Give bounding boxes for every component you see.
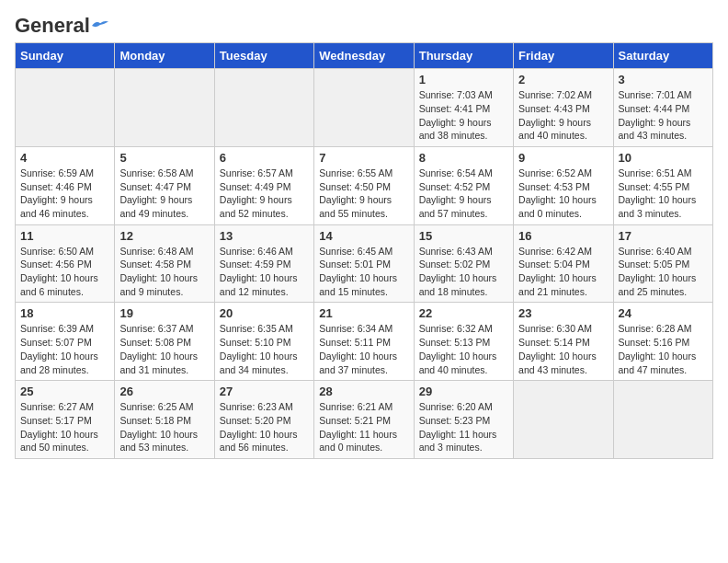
calendar-cell: 29Sunrise: 6:20 AM Sunset: 5:23 PM Dayli… [414,381,513,459]
day-info: Sunrise: 6:28 AM Sunset: 5:16 PM Dayligh… [619,322,708,376]
day-number: 3 [619,73,708,86]
day-info: Sunrise: 6:50 AM Sunset: 4:56 PM Dayligh… [20,245,109,299]
calendar-cell: 5Sunrise: 6:58 AM Sunset: 4:47 PM Daylig… [115,146,214,224]
logo-text: General [15,15,108,37]
day-number: 17 [619,229,708,243]
day-info: Sunrise: 6:23 AM Sunset: 5:20 PM Dayligh… [220,400,309,454]
calendar-cell: 4Sunrise: 6:59 AM Sunset: 4:46 PM Daylig… [16,146,115,224]
weekday-header-sunday: Sunday [16,43,115,69]
calendar-cell: 9Sunrise: 6:52 AM Sunset: 4:53 PM Daylig… [514,146,613,224]
day-number: 1 [419,73,508,86]
logo: General [15,15,108,35]
day-info: Sunrise: 6:32 AM Sunset: 5:13 PM Dayligh… [419,322,508,376]
calendar-cell: 23Sunrise: 6:30 AM Sunset: 5:14 PM Dayli… [514,303,613,381]
calendar-cell: 12Sunrise: 6:48 AM Sunset: 4:58 PM Dayli… [115,224,214,303]
calendar-cell: 20Sunrise: 6:35 AM Sunset: 5:10 PM Dayli… [214,303,313,381]
day-number: 7 [319,151,408,165]
day-info: Sunrise: 6:25 AM Sunset: 5:18 PM Dayligh… [119,400,209,454]
calendar-cell [613,381,712,459]
calendar-cell: 18Sunrise: 6:39 AM Sunset: 5:07 PM Dayli… [16,303,115,381]
weekday-header-friday: Friday [514,43,613,69]
day-number: 12 [119,229,209,243]
day-info: Sunrise: 6:54 AM Sunset: 4:52 PM Dayligh… [419,167,508,221]
calendar-cell [314,69,414,147]
day-number: 29 [419,385,508,398]
week-row-3: 11Sunrise: 6:50 AM Sunset: 4:56 PM Dayli… [16,224,713,303]
week-row-4: 18Sunrise: 6:39 AM Sunset: 5:07 PM Dayli… [16,303,713,381]
day-info: Sunrise: 6:35 AM Sunset: 5:10 PM Dayligh… [220,322,309,376]
calendar-cell: 14Sunrise: 6:45 AM Sunset: 5:01 PM Dayli… [314,224,414,303]
logo-bird-icon [92,19,108,32]
day-info: Sunrise: 6:52 AM Sunset: 4:53 PM Dayligh… [518,167,608,221]
header: General [15,15,713,35]
calendar-cell: 21Sunrise: 6:34 AM Sunset: 5:11 PM Dayli… [314,303,414,381]
day-info: Sunrise: 6:43 AM Sunset: 5:02 PM Dayligh… [419,245,508,299]
calendar-cell: 13Sunrise: 6:46 AM Sunset: 4:59 PM Dayli… [214,224,313,303]
day-number: 6 [220,151,309,165]
day-info: Sunrise: 6:48 AM Sunset: 4:58 PM Dayligh… [119,245,209,299]
calendar-cell [115,69,214,147]
day-number: 8 [419,151,508,165]
day-info: Sunrise: 6:27 AM Sunset: 5:17 PM Dayligh… [20,400,109,454]
day-number: 5 [119,151,209,165]
day-info: Sunrise: 6:20 AM Sunset: 5:23 PM Dayligh… [419,400,508,454]
day-number: 20 [220,306,309,320]
calendar-cell: 15Sunrise: 6:43 AM Sunset: 5:02 PM Dayli… [414,224,513,303]
calendar-cell: 22Sunrise: 6:32 AM Sunset: 5:13 PM Dayli… [414,303,513,381]
day-number: 22 [419,306,508,320]
day-number: 26 [119,385,209,398]
weekday-header-tuesday: Tuesday [214,43,313,69]
calendar-cell: 16Sunrise: 6:42 AM Sunset: 5:04 PM Dayli… [514,224,613,303]
day-info: Sunrise: 6:45 AM Sunset: 5:01 PM Dayligh… [319,245,408,299]
day-info: Sunrise: 6:40 AM Sunset: 5:05 PM Dayligh… [619,245,708,299]
calendar-cell: 19Sunrise: 6:37 AM Sunset: 5:08 PM Dayli… [115,303,214,381]
day-info: Sunrise: 6:37 AM Sunset: 5:08 PM Dayligh… [119,322,209,376]
day-number: 16 [518,229,608,243]
day-number: 24 [619,306,708,320]
day-number: 2 [518,73,608,86]
calendar-cell: 28Sunrise: 6:21 AM Sunset: 5:21 PM Dayli… [314,381,414,459]
weekday-header-saturday: Saturday [613,43,712,69]
calendar-cell: 11Sunrise: 6:50 AM Sunset: 4:56 PM Dayli… [16,224,115,303]
calendar-cell [16,69,115,147]
day-info: Sunrise: 6:59 AM Sunset: 4:46 PM Dayligh… [20,167,109,221]
calendar-cell [514,381,613,459]
day-number: 27 [220,385,309,398]
calendar-cell: 7Sunrise: 6:55 AM Sunset: 4:50 PM Daylig… [314,146,414,224]
calendar-cell: 6Sunrise: 6:57 AM Sunset: 4:49 PM Daylig… [214,146,313,224]
weekday-header-wednesday: Wednesday [314,43,414,69]
day-info: Sunrise: 6:51 AM Sunset: 4:55 PM Dayligh… [619,167,708,221]
day-number: 11 [20,229,109,243]
day-number: 19 [119,306,209,320]
day-number: 14 [319,229,408,243]
day-info: Sunrise: 6:55 AM Sunset: 4:50 PM Dayligh… [319,167,408,221]
day-number: 10 [619,151,708,165]
day-info: Sunrise: 6:21 AM Sunset: 5:21 PM Dayligh… [319,400,408,454]
week-row-2: 4Sunrise: 6:59 AM Sunset: 4:46 PM Daylig… [16,146,713,224]
day-info: Sunrise: 6:39 AM Sunset: 5:07 PM Dayligh… [20,322,109,376]
day-info: Sunrise: 7:02 AM Sunset: 4:43 PM Dayligh… [518,88,608,143]
day-info: Sunrise: 7:01 AM Sunset: 4:44 PM Dayligh… [619,88,708,143]
day-number: 15 [419,229,508,243]
calendar-table: SundayMondayTuesdayWednesdayThursdayFrid… [15,42,713,459]
weekday-header-thursday: Thursday [414,43,513,69]
day-info: Sunrise: 6:30 AM Sunset: 5:14 PM Dayligh… [518,322,608,376]
day-info: Sunrise: 6:58 AM Sunset: 4:47 PM Dayligh… [119,167,209,221]
calendar-cell: 17Sunrise: 6:40 AM Sunset: 5:05 PM Dayli… [613,224,712,303]
day-number: 4 [20,151,109,165]
weekday-header-monday: Monday [115,43,214,69]
day-info: Sunrise: 6:42 AM Sunset: 5:04 PM Dayligh… [518,245,608,299]
day-number: 13 [220,229,309,243]
calendar-cell: 1Sunrise: 7:03 AM Sunset: 4:41 PM Daylig… [414,69,513,147]
calendar-cell: 26Sunrise: 6:25 AM Sunset: 5:18 PM Dayli… [115,381,214,459]
day-info: Sunrise: 7:03 AM Sunset: 4:41 PM Dayligh… [419,88,508,143]
calendar-cell: 2Sunrise: 7:02 AM Sunset: 4:43 PM Daylig… [514,69,613,147]
day-number: 18 [20,306,109,320]
day-number: 9 [518,151,608,165]
calendar-cell [214,69,313,147]
day-number: 23 [518,306,608,320]
calendar-cell: 10Sunrise: 6:51 AM Sunset: 4:55 PM Dayli… [613,146,712,224]
calendar-cell: 27Sunrise: 6:23 AM Sunset: 5:20 PM Dayli… [214,381,313,459]
day-info: Sunrise: 6:34 AM Sunset: 5:11 PM Dayligh… [319,322,408,376]
week-row-5: 25Sunrise: 6:27 AM Sunset: 5:17 PM Dayli… [16,381,713,459]
